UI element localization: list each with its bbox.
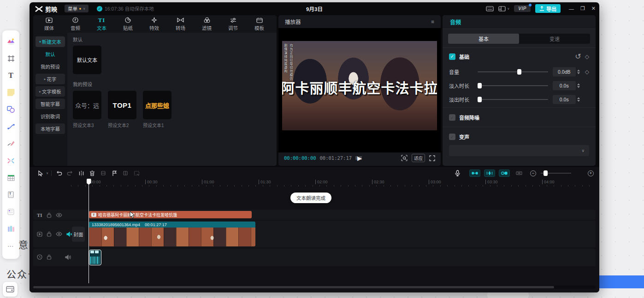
timeline-zoom-slider[interactable]: [541, 173, 571, 174]
timeline-zoom-out-icon[interactable]: −: [530, 170, 536, 176]
minimap-tool-button[interactable]: [3, 282, 18, 297]
maximize-button[interactable]: ❐: [580, 6, 585, 12]
playhead-line[interactable]: [89, 179, 89, 283]
fade-in-value[interactable]: 0.0s: [553, 81, 576, 90]
fit-ratio-button[interactable]: 适应: [412, 154, 425, 162]
delete-icon[interactable]: [87, 170, 98, 176]
volume-value[interactable]: 0.0dB: [553, 67, 576, 76]
default-text-tile[interactable]: 默认文本: [73, 46, 101, 74]
text-track-visibility-icon[interactable]: [56, 213, 62, 217]
voice-effect-dropdown[interactable]: ∨: [449, 145, 589, 156]
video-clip[interactable]: 13338201895601364.mp4 00:01:27:17: [89, 222, 255, 246]
text-clip[interactable]: T 哈肯德基阿卡丽顺丰航空卡法卡拉发哈饥饿: [89, 211, 252, 218]
undo-icon[interactable]: [53, 170, 65, 176]
video-track-visibility-icon[interactable]: [56, 232, 62, 236]
voice-change-checkbox[interactable]: ✓: [449, 134, 455, 140]
preset-3[interactable]: 众号：远 预设文本3: [73, 91, 101, 129]
keyframe-basic-icon[interactable]: ◇: [585, 53, 589, 60]
text-tool-icon[interactable]: T: [4, 67, 18, 83]
player-menu-icon[interactable]: ≡: [431, 19, 434, 24]
fade-in-slider[interactable]: [478, 85, 548, 86]
fullscreen-icon[interactable]: [429, 155, 435, 161]
video-frame[interactable]: 剧情演绎纯属虚构 均为正向引导切勿模仿 阿卡丽顺丰航空卡法卡拉: [282, 41, 437, 130]
mark-flag-icon[interactable]: [109, 170, 120, 176]
layout-panels-icon[interactable]: ∨: [498, 6, 509, 12]
tab-adjust[interactable]: 调节: [220, 17, 246, 31]
preset-1[interactable]: 点那些媳 预设文本1: [143, 91, 171, 129]
subnav-default[interactable]: 默认: [35, 49, 65, 59]
subnav-new-text[interactable]: ▾ 新建文本: [35, 36, 65, 47]
frame-icon[interactable]: [4, 50, 18, 66]
redo-icon[interactable]: [65, 170, 76, 176]
main-track-magnet-toggle[interactable]: [469, 169, 480, 177]
fade-out-slider-handle[interactable]: [478, 97, 482, 102]
tab-filter[interactable]: 滤镜: [194, 17, 220, 31]
audio-clip[interactable]: [89, 250, 101, 265]
timeline-scrollbar[interactable]: [33, 286, 596, 289]
pen-icon[interactable]: [4, 135, 18, 152]
subnav-fancy-text[interactable]: ▸ 花字: [35, 74, 65, 84]
crop-right-icon[interactable]: [120, 170, 131, 176]
preview-axis-icon[interactable]: [514, 170, 525, 176]
timeline-ruler[interactable]: 00:00 00:30 01:00 01:30 02:00 02:30 03:0…: [71, 179, 597, 187]
reset-basic-icon[interactable]: ↺: [575, 52, 581, 61]
minimize-button[interactable]: —: [569, 6, 574, 12]
audio-track-volume-icon[interactable]: [65, 255, 71, 260]
tab-effects[interactable]: 特效: [141, 17, 167, 31]
media-upload-icon[interactable]: [4, 33, 18, 49]
volume-stepper[interactable]: [576, 67, 581, 76]
select-tool-icon[interactable]: [35, 170, 46, 176]
tab-transition[interactable]: 转场: [167, 17, 194, 31]
fade-in-stepper[interactable]: [576, 81, 581, 90]
split-icon[interactable]: [76, 170, 87, 176]
preset-2[interactable]: TOP1 预设文本2: [108, 91, 136, 129]
video-track-lock-icon[interactable]: [47, 231, 52, 237]
shortcut-keyboard-icon[interactable]: [486, 6, 494, 12]
subnav-local-captions[interactable]: 本地字幕: [35, 123, 65, 134]
volume-slider-handle[interactable]: [517, 69, 521, 75]
record-voiceover-icon[interactable]: [452, 170, 463, 176]
crop-left-icon[interactable]: [98, 170, 109, 176]
auto-snap-toggle[interactable]: [484, 169, 495, 177]
audio-track-lock-icon[interactable]: [47, 254, 52, 260]
subnav-my-presets[interactable]: 我的预设: [35, 61, 65, 72]
connector-icon[interactable]: [4, 118, 18, 134]
fade-out-stepper[interactable]: [576, 95, 581, 104]
shapes-icon[interactable]: [4, 101, 18, 117]
focus-preview-icon[interactable]: [401, 155, 408, 161]
link-preview-toggle[interactable]: [499, 169, 510, 177]
select-range-icon[interactable]: [131, 170, 142, 176]
noise-reduction-checkbox[interactable]: ✓: [449, 114, 455, 121]
document-icon[interactable]: T: [4, 187, 18, 203]
close-button[interactable]: ✕: [591, 6, 596, 12]
subnav-lyrics-recognition[interactable]: 识别歌词: [35, 111, 65, 122]
text-track-lock-icon[interactable]: [47, 212, 52, 218]
more-tools-icon[interactable]: ⋯: [4, 238, 18, 254]
timeline-zoom-handle[interactable]: [544, 170, 548, 176]
vip-badge[interactable]: VIP: [514, 5, 531, 12]
timeline-scrollbar-thumb[interactable]: [33, 286, 554, 288]
tab-text[interactable]: TI 文本: [89, 17, 115, 31]
mindmap-icon[interactable]: [4, 152, 18, 169]
basic-checkbox[interactable]: ✓: [449, 53, 455, 60]
columns-icon[interactable]: [4, 221, 18, 237]
fade-in-slider-handle[interactable]: [478, 83, 482, 88]
fade-out-slider[interactable]: [478, 99, 548, 100]
timeline-zoom-in-icon[interactable]: +: [588, 170, 594, 176]
tab-media[interactable]: 媒体: [36, 17, 62, 31]
kanban-icon[interactable]: [4, 204, 18, 220]
volume-slider[interactable]: [478, 71, 548, 72]
fade-out-value[interactable]: 0.0s: [553, 95, 576, 104]
table-icon[interactable]: [4, 169, 18, 186]
cover-button[interactable]: 封面: [72, 227, 85, 242]
subnav-text-template[interactable]: ▸ 文字模板: [35, 86, 65, 97]
tab-audio[interactable]: 音频: [62, 17, 89, 31]
export-button[interactable]: 导出: [535, 4, 561, 13]
tab-basic[interactable]: 基本: [448, 34, 519, 44]
sticky-note-icon[interactable]: [4, 84, 18, 100]
tab-template[interactable]: 模板: [246, 17, 272, 31]
tab-speed[interactable]: 变速: [519, 34, 590, 44]
play-button[interactable]: ▶: [357, 155, 362, 162]
tab-sticker[interactable]: 贴纸: [115, 17, 141, 31]
select-tool-chevron-icon[interactable]: ∨: [46, 171, 48, 175]
